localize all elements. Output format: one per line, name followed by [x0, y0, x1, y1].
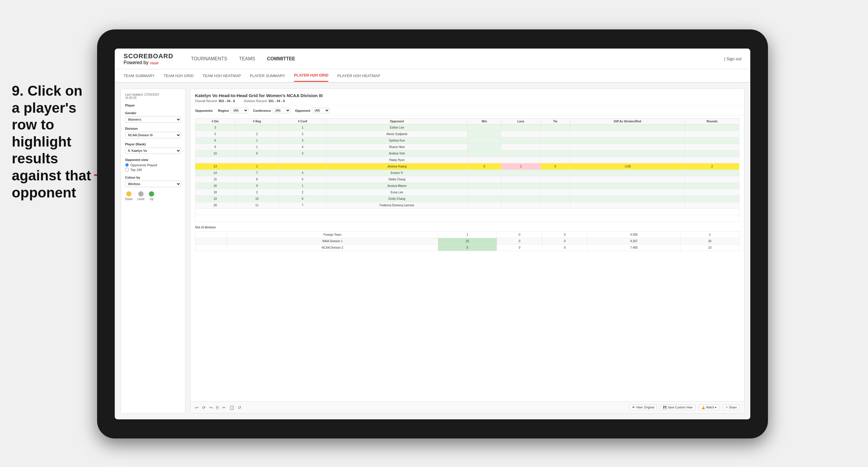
player-rank-select[interactable]: 8. Katelyn Vo — [125, 148, 181, 154]
table-row[interactable]: 16 9 1 Jessica Mason — [195, 183, 739, 189]
colour-by-select[interactable]: Win/loss — [125, 181, 181, 187]
nav-links: TOURNAMENTS TEAMS COMMITTEE — [191, 55, 724, 63]
share-icon: ↗ — [725, 406, 727, 409]
th-reg: # Reg — [235, 119, 279, 124]
out-of-division-row[interactable]: NCAA Division 2 5 0 0 7.400 10 — [195, 245, 739, 251]
table-row[interactable]: 14 7 4 Eunice Yi — [195, 170, 739, 176]
legend-level: Level — [137, 191, 145, 201]
out-of-division-row[interactable]: NAIA Division 1 15 0 0 9.267 30 — [195, 238, 739, 245]
nav-tournaments[interactable]: TOURNAMENTS — [191, 55, 227, 63]
sub-nav: TEAM SUMMARY TEAM H2H GRID TEAM H2H HEAT… — [115, 69, 750, 83]
data-table-container: # Div # Reg # Conf Opponent Win Loss Tie… — [190, 116, 744, 401]
top100-option[interactable]: Top 100 — [125, 168, 181, 172]
grid-header: Katelyn Vo Head-to-Head Grid for Women's… — [190, 89, 744, 105]
tablet-frame: SCOREBOARD Powered by clippd TOURNAMENTS… — [97, 29, 768, 438]
gender-select[interactable]: Women's — [125, 116, 181, 123]
opponent-select[interactable]: (All) — [312, 108, 330, 113]
forward-icon[interactable]: ↪ — [209, 405, 213, 410]
paste-icon[interactable]: 📋 — [229, 405, 234, 410]
table-row[interactable]: 15 8 5 Stella Chang — [195, 176, 739, 183]
undo-icon[interactable]: ↩ — [195, 405, 198, 410]
table-row[interactable]: 19 10 6 Emily Chang — [195, 196, 739, 202]
th-diff: Diff Av Strokes/Rnd — [570, 119, 685, 124]
main-content: Last Updated: 27/03/2024 16:55:28 Player… — [115, 83, 750, 419]
opponent-played-option[interactable]: Opponents Played — [125, 163, 181, 167]
table-header-row: # Div # Reg # Conf Opponent Win Loss Tie… — [195, 119, 739, 124]
table-row[interactable]: 3 1 Esther Lee — [195, 124, 739, 131]
filter-row: Opponents: Region (All) Conference (All) — [190, 105, 744, 116]
opponent-filter: Opponent (All) — [295, 108, 330, 113]
save-icon: 💾 — [663, 406, 666, 409]
watch-button[interactable]: 🔔 Watch ▾ — [699, 405, 719, 410]
left-panel: Last Updated: 27/03/2024 16:55:28 Player… — [121, 89, 185, 413]
subnav-player-h2h-grid[interactable]: PLAYER H2H GRID — [294, 69, 329, 82]
th-opponent: Opponent — [326, 119, 467, 124]
table-row[interactable]: 5 2 2 Alexis Sudjianto — [195, 131, 739, 137]
region-select[interactable]: (All) — [231, 108, 248, 113]
overall-record-label: Overall Record: 353 - 34 - 6 — [195, 99, 235, 103]
logo-text: SCOREBOARD — [124, 52, 173, 60]
table-row[interactable]: Haeju Hyun — [195, 157, 739, 163]
division-select[interactable]: NCAA Division III — [125, 132, 181, 138]
legend-down-dot — [126, 191, 131, 196]
division-section: Division NCAA Division III — [125, 127, 181, 138]
player-rank-section: Player (Rank) 8. Katelyn Vo — [125, 143, 181, 154]
subnav-team-h2h-grid[interactable]: TEAM H2H GRID — [164, 70, 194, 82]
share-button[interactable]: ↗ Share — [723, 405, 739, 410]
table-row[interactable]: 9 1 4 Sharon Mun — [195, 144, 739, 150]
gender-section: Gender Women's — [125, 111, 181, 123]
colour-legend: Down Level Up — [125, 191, 181, 201]
subnav-player-h2h-heatmap[interactable]: PLAYER H2H HEATMAP — [337, 70, 380, 82]
region-filter: Region (All) — [218, 108, 248, 113]
th-div: # Div — [195, 119, 236, 124]
th-conf: # Conf — [279, 119, 326, 124]
nav-teams[interactable]: TEAMS — [239, 55, 255, 63]
legend-level-dot — [138, 191, 144, 196]
refresh-icon[interactable]: ↺ — [238, 405, 241, 410]
cut-icon[interactable]: ✂ — [222, 405, 226, 410]
last-updated: Last Updated: 27/03/2024 16:55:28 — [125, 93, 181, 99]
right-panel: Katelyn Vo Head-to-Head Grid for Women's… — [190, 89, 744, 413]
redo-icon[interactable]: ⟳ — [202, 405, 206, 410]
table-row[interactable]: 20 11 7 Federica Domecq Lacroze — [195, 202, 739, 209]
logo: SCOREBOARD Powered by clippd — [124, 52, 173, 65]
conference-select[interactable]: (All) — [273, 108, 290, 113]
colour-by-section: Colour by Win/loss — [125, 176, 181, 187]
out-of-division-table: Foreign Team 1 0 0 4.500 2 NAIA Division… — [195, 231, 739, 251]
logo-powered: Powered by clippd — [124, 60, 173, 65]
th-tie: Tie — [540, 119, 570, 124]
player-section: Player — [125, 103, 181, 107]
table-row[interactable]: 6 1 3 Sydney Kuo — [195, 137, 739, 144]
view-icon: 👁 — [632, 406, 635, 409]
save-custom-view-button[interactable]: 💾 Save Custom View — [660, 405, 695, 410]
grid-title: Katelyn Vo Head-to-Head Grid for Women's… — [195, 93, 739, 98]
out-of-division-row[interactable]: Foreign Team 1 0 0 4.500 2 — [195, 231, 739, 238]
th-win: Win — [467, 119, 501, 124]
copy-icon[interactable]: ⎘ — [216, 405, 219, 410]
out-of-division-label: Out of division — [195, 224, 739, 230]
table-row-empty — [195, 215, 739, 222]
legend-up-dot — [149, 191, 154, 196]
th-loss: Loss — [501, 119, 540, 124]
h2h-table: # Div # Reg # Conf Opponent Win Loss Tie… — [195, 118, 739, 222]
subnav-team-summary[interactable]: TEAM SUMMARY — [124, 70, 155, 82]
bottom-toolbar: ↩ ⟳ ↪ ⎘ ✂ 📋 ↺ 👁 View: Original 💾 Save Cu… — [190, 401, 744, 413]
grid-records: Overall Record: 353 - 34 - 6 Division Re… — [195, 99, 739, 103]
sign-out-button[interactable]: | Sign out — [724, 57, 742, 61]
instruction-text: 9. Click on a player's row to highlight … — [12, 83, 94, 201]
table-row[interactable]: 10 6 3 Andrea York — [195, 150, 739, 157]
conference-filter: Conference (All) — [253, 108, 290, 113]
subnav-player-summary[interactable]: PLAYER SUMMARY — [250, 70, 285, 82]
subnav-team-h2h-heatmap[interactable]: TEAM H2H HEATMAP — [203, 70, 241, 82]
watch-icon: 🔔 — [702, 406, 705, 409]
nav-committee[interactable]: COMMITTEE — [267, 55, 295, 63]
top-nav: SCOREBOARD Powered by clippd TOURNAMENTS… — [115, 49, 750, 69]
table-row[interactable]: 18 2 2 Euna Lee — [195, 189, 739, 196]
opponent-view-section: Opponent view Opponents Played Top 100 — [125, 158, 181, 172]
view-original-button[interactable]: 👁 View: Original — [629, 405, 657, 410]
table-row-highlighted[interactable]: 13 1 Jessica Huang 0 1 0 -3.00 2 — [195, 163, 739, 170]
opponents-label: Opponents: — [195, 109, 213, 113]
legend-up: Up — [149, 191, 154, 201]
th-rounds: Rounds — [685, 119, 739, 124]
division-record-label: Division Record: 331 - 34 - 6 — [244, 99, 285, 103]
